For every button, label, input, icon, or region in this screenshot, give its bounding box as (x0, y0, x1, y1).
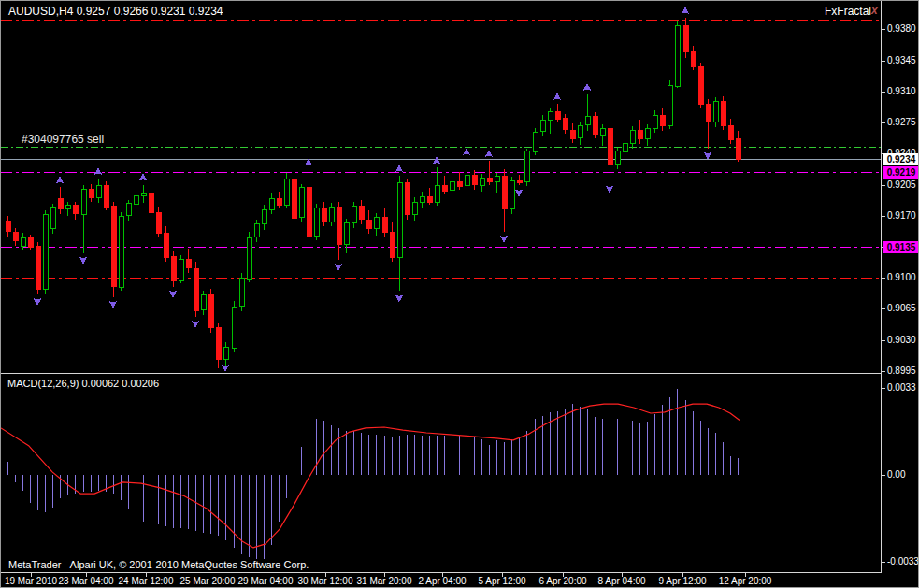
price-tick-label: 0.9065 (887, 303, 916, 314)
macd-indicator-label: MACD(12,26,9) 0.00062 0.00206 (7, 378, 159, 389)
time-tick (622, 573, 623, 577)
macd-tick-label: 0.0033 (887, 382, 916, 394)
bear-candle (359, 206, 364, 219)
bear-candle (28, 237, 33, 247)
bull-candle (284, 179, 289, 205)
bear-candle (721, 101, 725, 125)
time-tick (31, 573, 32, 577)
price-tick-label: 0.9240 (887, 148, 916, 159)
bear-candle (208, 294, 213, 327)
bear-candle (13, 232, 18, 240)
price-tick-label: 0.9205 (887, 179, 916, 191)
bull-candle (623, 143, 627, 151)
time-tick-label: 30 Mar 12:00 (298, 576, 353, 586)
fractal-up-icon (139, 174, 148, 182)
bull-candle (578, 125, 582, 137)
fractal-down-icon (79, 256, 88, 265)
bear-candle (683, 25, 688, 51)
bull-candle (119, 216, 123, 287)
price-tick-label: 0.9170 (887, 210, 916, 222)
bull-candle (412, 202, 417, 214)
bull-candle (675, 25, 680, 86)
price-chart-canvas[interactable] (1, 1, 881, 373)
bull-candle (269, 198, 274, 209)
bull-candle (21, 237, 25, 246)
time-tick (563, 573, 564, 577)
panel-separator[interactable] (1, 373, 881, 374)
bear-candle (104, 185, 108, 207)
macd-signal-line (1, 404, 740, 548)
bull-candle (43, 214, 48, 289)
bear-candle (366, 220, 371, 228)
bull-candle (232, 307, 237, 348)
time-tick (384, 573, 385, 577)
time-tick-label: 2 Apr 04:00 (418, 576, 466, 586)
bear-candle (337, 207, 341, 244)
time-tick-label: 8 Apr 04:00 (597, 576, 645, 586)
fractal-up-icon (94, 167, 103, 176)
time-tick-label: 31 Mar 20:00 (357, 576, 412, 586)
fractal-down-icon (704, 151, 712, 160)
bear-candle (36, 246, 40, 289)
bull-candle (495, 176, 499, 181)
time-tick-label: 29 Mar 04:00 (238, 576, 294, 586)
price-tick-label: 0.9275 (887, 117, 916, 128)
bull-candle (435, 185, 439, 202)
bull-candle (713, 101, 718, 122)
time-tick-label: 23 Mar 04:00 (59, 576, 114, 586)
bear-candle (608, 128, 612, 165)
bull-candle (533, 132, 538, 151)
fractal-up-icon (553, 93, 562, 101)
bear-candle (186, 259, 191, 267)
bear-candle (89, 189, 93, 197)
bull-candle (374, 217, 379, 228)
bear-candle (457, 181, 462, 186)
price-tick-label: 0.8995 (887, 366, 916, 377)
bull-candle (480, 178, 484, 185)
bear-candle (405, 182, 409, 214)
price-tick-label: 0.9135 (887, 241, 916, 252)
fractal-up-icon (682, 7, 690, 15)
time-tick (208, 573, 208, 577)
bull-candle (329, 207, 334, 222)
price-tick-label: 0.9310 (887, 86, 916, 97)
bull-candle (65, 205, 70, 208)
bull-candle (254, 223, 259, 237)
time-tick-label: 5 Apr 12:00 (478, 576, 525, 586)
chart-title: AUDUSD,H4 0.9257 0.9266 0.9231 0.9234 (8, 5, 223, 18)
bear-candle (216, 327, 221, 359)
bear-candle (442, 185, 447, 191)
fractal-down-icon (335, 264, 343, 272)
bull-candle (134, 195, 138, 204)
bull-candle (465, 175, 469, 185)
bull-candle (50, 207, 55, 228)
bear-candle (570, 130, 575, 138)
time-tick (442, 573, 443, 577)
indicator-close-icon[interactable]: x (871, 4, 878, 17)
time-tick-label: 25 Mar 20:00 (180, 576, 236, 586)
bull-candle (314, 208, 319, 236)
fractal-up-icon (56, 176, 65, 184)
fractal-down-icon (395, 294, 404, 303)
fractal-down-icon (606, 185, 614, 194)
bull-candle (344, 222, 349, 244)
bear-candle (502, 176, 507, 208)
macd-panel-canvas[interactable] (1, 375, 881, 572)
time-tick-label: 9 Apr 12:00 (658, 576, 706, 586)
bear-candle (487, 178, 492, 181)
bear-candle (563, 118, 567, 129)
bear-candle (111, 206, 116, 286)
time-tick (86, 573, 87, 577)
bear-candle (149, 193, 153, 212)
bull-candle (352, 206, 356, 222)
bear-candle (390, 232, 395, 257)
bull-candle (615, 151, 620, 164)
bear-candle (472, 175, 477, 184)
bull-candle (540, 120, 545, 131)
bear-candle (307, 187, 311, 236)
bear-candle (638, 130, 642, 138)
fractal-down-icon (515, 189, 524, 197)
bull-candle (141, 193, 146, 195)
bull-candle (653, 115, 657, 128)
time-axis-line (1, 572, 881, 573)
